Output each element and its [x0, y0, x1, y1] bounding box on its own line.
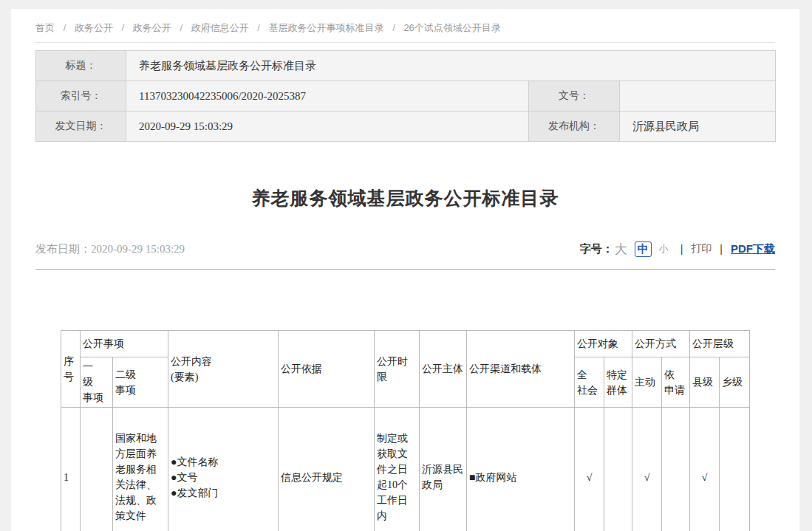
meta-agency-label: 发布机构： [529, 112, 620, 142]
header-item-level2: 二级 事项 [113, 357, 168, 408]
header-subject: 公开主体 [420, 331, 467, 408]
header-content: 公开内容 (要素) [168, 331, 279, 408]
table-header-row-1: 序号 公开事项 公开内容 (要素) 公开依据 公开时限 公开主体 公开渠道和载体… [61, 331, 750, 357]
cell-audience-all: √ [575, 408, 604, 531]
header-item-level1: 一 级 事项 [81, 357, 113, 408]
header-audience-specific: 特定 群体 [604, 357, 632, 408]
meta-docno-value [620, 81, 776, 112]
article-divider-line [35, 269, 775, 270]
header-level-county: 县级 [690, 357, 720, 408]
cell-time-limit: 制定或获取文件之日起10个工作日内 [375, 408, 420, 531]
cell-method-on-request [662, 408, 690, 531]
cell-subject: 沂源县民政局 [420, 408, 467, 531]
header-method-proactive: 主动 [632, 357, 662, 408]
breadcrumb-separator: / [392, 22, 395, 33]
meta-title-label: 标题： [36, 51, 126, 81]
cell-method-proactive: √ [632, 408, 662, 531]
publish-info-bar: 发布日期：2020-09-29 15:03:29 字号： 大 中 小 | 打印 … [35, 239, 775, 258]
header-time-limit: 公开时限 [375, 331, 420, 408]
publish-date-value: 2020-09-29 15:03:29 [91, 243, 185, 255]
breadcrumb-item-zwgk-2[interactable]: 政务公开 [133, 22, 171, 33]
header-basis: 公开依据 [279, 331, 375, 408]
cell-content: ●文件名称 ●文号 ●发文部门 [168, 408, 279, 531]
breadcrumb-separator: / [180, 22, 182, 33]
font-size-medium-button[interactable]: 中 [635, 241, 652, 257]
header-item-group: 公开事项 [81, 331, 168, 357]
breadcrumb-item-zwgk-1[interactable]: 政务公开 [75, 22, 113, 33]
header-method-on-request: 依 申请 [662, 357, 690, 408]
publish-date: 发布日期：2020-09-29 15:03:29 [35, 242, 185, 256]
header-channel: 公开渠道和载体 [467, 331, 575, 408]
cell-seq: 1 [61, 408, 81, 531]
meta-row-title: 标题： 养老服务领域基层政务公开标准目录 [36, 51, 776, 81]
font-size-small-button[interactable]: 小 [659, 242, 669, 256]
article-title: 养老服务领域基层政务公开标准目录 [35, 185, 775, 211]
breadcrumb-separator: / [257, 22, 260, 33]
disclosure-standards-table: 序号 公开事项 公开内容 (要素) 公开依据 公开时限 公开主体 公开渠道和载体… [61, 330, 750, 531]
toolbar-divider: | [680, 243, 683, 255]
header-level-township: 乡级 [720, 357, 750, 408]
meta-index-label: 索引号： [36, 81, 126, 112]
toolbar-divider: | [720, 243, 723, 255]
meta-row-date: 发文日期： 2020-09-29 15:03:29 发布机构： 沂源县民政局 [36, 112, 776, 142]
cell-item-level1 [81, 408, 113, 531]
meta-docno-label: 文号： [529, 81, 620, 112]
content-card: 首页 / 政务公开 / 政务公开 / 政府信息公开 / 基层政务公开事项标准目录… [11, 9, 799, 531]
print-button[interactable]: 打印 [691, 242, 712, 256]
meta-agency-value: 沂源县民政局 [620, 112, 776, 142]
header-audience-all: 全 社会 [575, 357, 604, 408]
breadcrumb-item-gov-info[interactable]: 政府信息公开 [191, 22, 249, 33]
meta-row-index: 索引号： 113703230042235006/2020-2025387 文号： [36, 81, 776, 112]
breadcrumb-divider-line [35, 42, 775, 43]
cell-basis: 信息公开规定 [279, 408, 375, 531]
header-audience-group: 公开对象 [575, 331, 632, 357]
meta-title-value: 养老服务领域基层政务公开标准目录 [126, 51, 776, 81]
breadcrumb-item-pilot-directory[interactable]: 26个试点领域公开目录 [403, 22, 500, 33]
breadcrumb-separator: / [122, 22, 125, 33]
breadcrumb-item-home[interactable]: 首页 [35, 22, 55, 33]
font-size-label: 字号： [580, 242, 613, 256]
breadcrumb: 首页 / 政务公开 / 政务公开 / 政府信息公开 / 基层政务公开事项标准目录… [35, 21, 775, 35]
breadcrumb-item-standard-directory[interactable]: 基层政务公开事项标准目录 [269, 22, 384, 33]
cell-audience-specific [604, 408, 632, 531]
meta-date-value: 2020-09-29 15:03:29 [126, 112, 529, 142]
breadcrumb-separator: / [64, 22, 66, 33]
publish-date-label: 发布日期： [35, 242, 91, 255]
header-level-group: 公开层级 [690, 331, 750, 357]
pdf-download-link[interactable]: PDF下载 [731, 242, 775, 256]
font-size-large-button[interactable]: 大 [615, 241, 627, 258]
cell-item-level2: 国家和地方层面养老服务相关法律、法规、政策文件 [113, 408, 168, 531]
meta-date-label: 发文日期： [36, 112, 126, 142]
meta-index-value: 113703230042235006/2020-2025387 [126, 81, 529, 112]
table-row: 1 国家和地方层面养老服务相关法律、法规、政策文件 ●文件名称 ●文号 ●发文部… [61, 408, 750, 531]
cell-level-county: √ [690, 408, 720, 531]
cell-level-township [720, 408, 750, 531]
header-method-group: 公开方式 [632, 331, 690, 357]
header-seq: 序号 [61, 331, 81, 408]
article-toolbar: 字号： 大 中 小 | 打印 | PDF下载 [580, 241, 775, 258]
cell-channel: ■政府网站 [467, 408, 575, 531]
document-meta-table: 标题： 养老服务领域基层政务公开标准目录 索引号： 11370323004223… [35, 50, 776, 142]
